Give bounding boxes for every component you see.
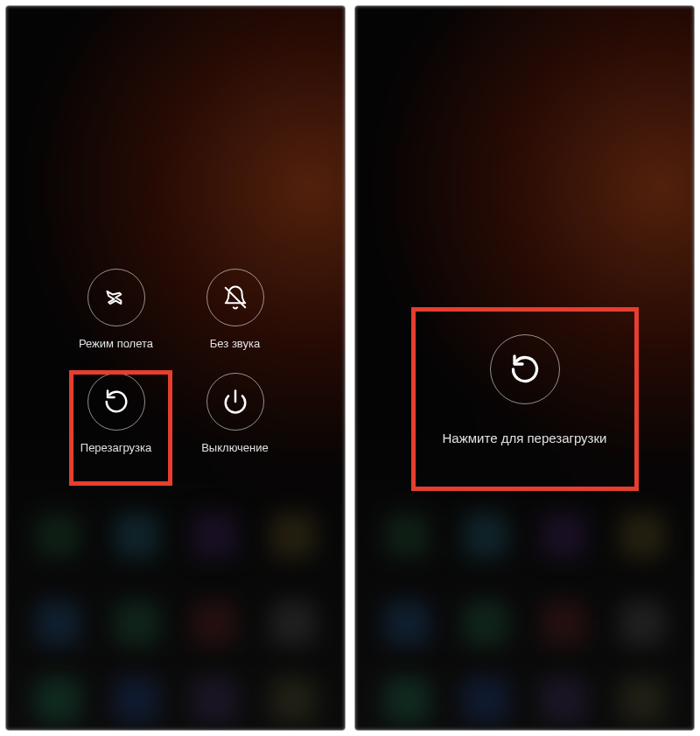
reboot-icon [103, 389, 130, 415]
reboot-label: Перезагрузка [80, 441, 151, 454]
silent-mode-button[interactable] [206, 269, 264, 326]
power-off-item[interactable]: Выключение [187, 373, 284, 454]
silent-mode-item[interactable]: Без звука [187, 269, 284, 350]
phone-screenshot-right: Нажмите для перезагрузки [354, 5, 695, 731]
reboot-confirm: Нажмите для перезагрузки [411, 334, 639, 445]
reboot-item[interactable]: Перезагрузка [68, 373, 164, 454]
airplane-icon [103, 284, 130, 311]
silent-mode-label: Без звука [210, 337, 260, 350]
power-off-label: Выключение [201, 441, 269, 454]
phone-screenshot-left: Режим полета Без звука [5, 5, 346, 731]
bell-off-icon [222, 284, 248, 311]
power-icon [222, 389, 248, 415]
airplane-mode-button[interactable] [88, 269, 145, 326]
reboot-confirm-label: Нажмите для перезагрузки [443, 431, 607, 445]
reboot-button[interactable] [88, 373, 145, 431]
reboot-confirm-button[interactable] [490, 334, 560, 404]
airplane-mode-label: Режим полета [79, 337, 153, 350]
reboot-icon [509, 354, 541, 385]
power-menu: Режим полета Без звука [66, 269, 285, 454]
power-off-button[interactable] [206, 373, 264, 431]
airplane-mode-item[interactable]: Режим полета [68, 269, 164, 350]
